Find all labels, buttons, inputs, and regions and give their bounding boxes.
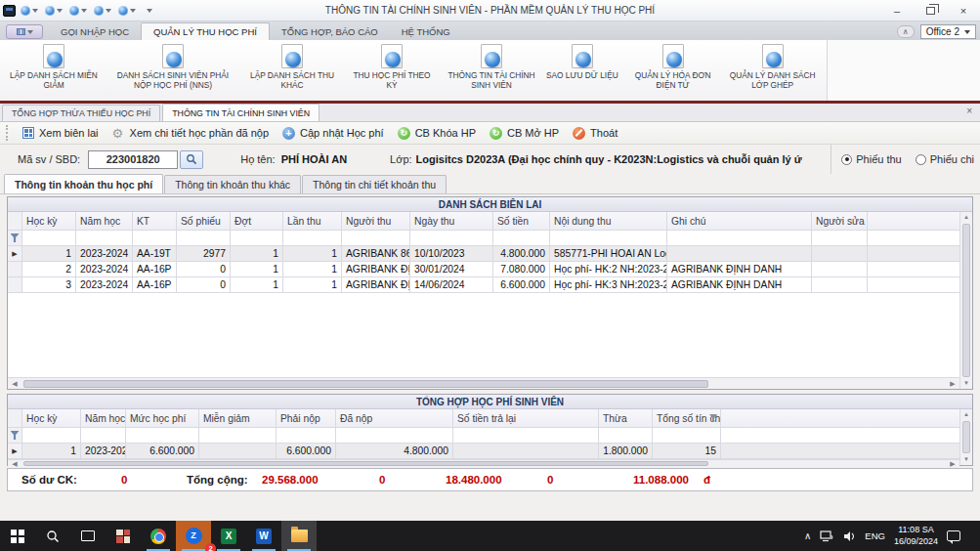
ribbon-button[interactable]: QUẢN LÝ DANH SÁCH LỚP GHÉP [723,42,823,99]
ribbon-button[interactable]: SAO LƯU DỮ LIỆU [541,42,623,99]
filter-cell[interactable] [667,231,812,246]
scrollbar-thumb[interactable] [962,224,970,377]
scroll-up-icon[interactable]: ▲ [963,409,969,420]
scrollbar-thumb[interactable] [962,421,970,453]
filter-cell[interactable] [342,231,410,246]
table-row[interactable]: ▶12023-2024AA-19T297711AGRIBANK 8610/10/… [8,246,959,262]
table-row[interactable]: 32023-2024AA-16P011AGRIBANK ĐỊNH...14/06… [8,277,959,293]
column-header[interactable]: Số tiền trả lại [453,409,599,428]
scroll-left-icon[interactable]: ◀ [8,380,21,388]
app-grid-button[interactable] [106,521,141,551]
table-row[interactable]: 22023-2024AA-16P011AGRIBANK ĐỊNH...30/01… [8,262,959,277]
tray-chevron-up-icon[interactable]: ∧ [804,530,811,541]
tab-khoan-thu-hoc-phi[interactable]: Thông tin khoản thu học phí [4,174,163,193]
qat-sphere-button[interactable] [94,6,111,16]
filter-cell[interactable] [231,231,283,246]
column-header[interactable]: Người sửa [812,212,868,231]
qat-sphere-button[interactable] [118,6,136,16]
filter-cell[interactable] [277,428,336,444]
column-header[interactable]: Số tiền [493,212,550,231]
column-header[interactable]: Học kỳ [22,409,81,428]
filter-cell[interactable] [133,231,177,246]
start-button[interactable] [0,521,35,551]
scroll-down-icon[interactable]: ▼ [963,378,969,389]
ribbon-button[interactable]: LẬP DANH SÁCH MIỄN GIẢM [4,42,104,99]
action-center-icon[interactable] [947,530,960,541]
filter-cell[interactable] [599,428,653,444]
column-header[interactable]: Miễn giảm [199,409,277,428]
view-receipt-button[interactable]: Xem biên lai [22,127,99,139]
column-header[interactable]: Tổng số tín chỉ [653,409,721,428]
ribbon-tab-tong-hop-bao-cao[interactable]: TỔNG HỢP, BÁO CÁO [270,22,390,40]
zalo-button[interactable]: Z2 [176,521,211,551]
column-header[interactable]: Ghi chú [667,212,812,231]
column-header[interactable]: Năm học [81,409,126,428]
qat-sphere-button[interactable] [69,6,87,16]
ribbon-button[interactable]: QUẢN LÝ HÓA ĐƠN ĐIỆN TỬ [623,42,723,99]
excel-button[interactable]: X [211,521,246,551]
ribbon-button[interactable]: THÔNG TIN TÀI CHÍNH SINH VIÊN [442,42,541,99]
qat-sphere-button[interactable] [21,6,38,16]
doc-tab-tong-hop-thua-thieu[interactable]: TỔNG HỢP THỪA THIẾU HỌC PHÍ [2,105,160,121]
search-student-button[interactable] [180,150,203,169]
vertical-scrollbar[interactable]: ▲▼ [959,212,972,389]
filter-icon[interactable] [709,414,717,422]
qat-sphere-button[interactable] [45,6,63,16]
filter-cell[interactable] [199,428,277,444]
task-view-button[interactable] [70,521,106,551]
close-tab-button[interactable]: × [966,106,972,116]
ribbon-tab-goi-nhap-hoc[interactable]: GỌI NHẬP HỌC [49,22,141,40]
ribbon-tab-quan-ly-thu-hoc-phi[interactable]: QUẢN LÝ THU HỌC PHÍ [141,22,270,40]
column-header[interactable]: Người thu [342,212,410,231]
word-button[interactable]: W [246,521,281,551]
column-header[interactable]: Học kỳ [22,212,76,231]
column-header[interactable]: Thừa [599,409,653,428]
vertical-scrollbar[interactable]: ▲▼ [959,409,972,465]
ribbon-button[interactable]: LẬP DANH SÁCH THU KHÁC [242,42,342,99]
cb-lock-hp-button[interactable]: ↻CB Khóa HP [398,127,476,140]
scroll-down-icon[interactable]: ▼ [963,454,969,465]
update-tuition-button[interactable]: +Cập nhật Học phí [282,127,384,140]
column-header[interactable]: Số phiếu [177,212,231,231]
volume-icon[interactable] [843,530,856,542]
filter-cell[interactable] [410,231,493,246]
close-button[interactable]: × [947,0,980,21]
network-icon[interactable] [820,530,834,542]
filter-cell[interactable] [22,231,76,246]
filter-cell[interactable] [550,231,667,246]
qat-overflow-icon[interactable] [147,9,152,13]
student-id-input[interactable]: 223001820 [88,150,178,169]
clock[interactable]: 11:08 SA 16/09/2024 [894,525,938,547]
column-header[interactable]: Đã nộp [336,409,453,428]
column-header[interactable]: KT [133,212,177,231]
doc-tab-thong-tin-tai-chinh[interactable]: THÔNG TIN TÀI CHÍNH SINH VIÊN [162,104,320,121]
column-header[interactable]: Đợt [231,212,283,231]
ribbon-tab-he-thong[interactable]: HỆ THỐNG [390,22,462,40]
filter-cell[interactable] [22,428,81,444]
collapse-ribbon-button[interactable]: ∧ [897,25,915,38]
ribbon-button[interactable]: DANH SÁCH SINH VIÊN PHẢI NỘP HỌC PHÍ (NN… [104,42,242,99]
column-header[interactable]: Nội dung thu [550,212,667,231]
scrollbar-thumb[interactable] [23,380,708,388]
filter-cell[interactable] [126,428,199,444]
horizontal-scrollbar[interactable]: ◀▶ [8,459,959,467]
ribbon-launcher-button[interactable] [6,24,43,39]
language-indicator[interactable]: ENG [865,530,885,541]
tab-khoan-thu-khac[interactable]: Thông tin khoản thu khác [164,175,301,193]
tab-chi-tiet-khoan-thu[interactable]: Thông tin chi tiết khoản thu [302,175,447,193]
radio-phieu-thu[interactable]: Phiếu thu [841,153,901,165]
scrollbar-thumb[interactable] [23,461,708,466]
table-row[interactable]: ▶12023-20246.600.0006.600.0004.800.0001.… [8,444,959,459]
column-header[interactable]: Ngày thu [410,212,493,231]
filter-cell[interactable] [493,231,550,246]
filter-cell[interactable] [177,231,231,246]
column-header[interactable]: Lần thu [283,212,342,231]
theme-selector[interactable]: Office 2 [920,24,976,39]
scroll-right-icon[interactable]: ▶ [946,380,959,388]
filter-cell[interactable] [283,231,342,246]
horizontal-scrollbar[interactable]: ◀▶ [8,377,959,389]
exit-button[interactable]: Thoát [573,127,618,140]
ribbon-button[interactable]: THU HỌC PHÍ THEO KỲ [342,42,442,99]
file-explorer-button[interactable] [281,521,317,551]
filter-cell[interactable] [336,428,453,444]
